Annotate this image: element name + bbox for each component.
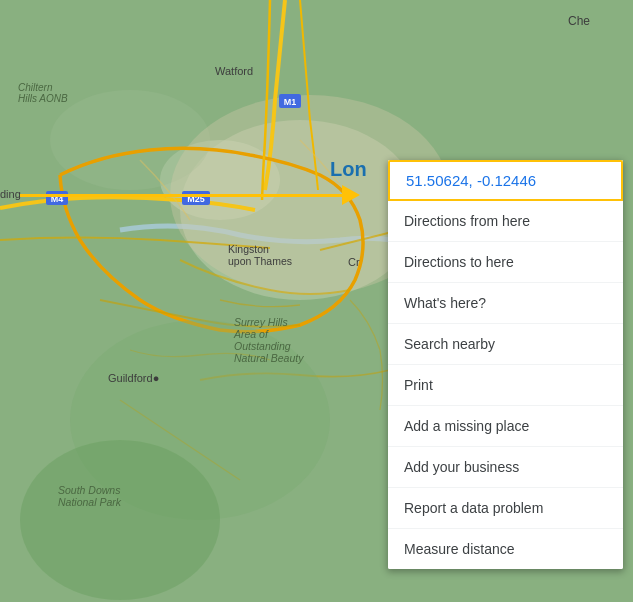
svg-text:M1: M1: [284, 97, 297, 107]
arrow-head: [342, 185, 360, 205]
coordinates-item[interactable]: 51.50624, -0.12446: [388, 160, 623, 201]
menu-item-whats-here[interactable]: What's here?: [388, 283, 623, 324]
menu-item-directions-to[interactable]: Directions to here: [388, 242, 623, 283]
menu-item-print[interactable]: Print: [388, 365, 623, 406]
menu-item-report-problem[interactable]: Report a data problem: [388, 488, 623, 529]
menu-item-directions-from[interactable]: Directions from here: [388, 201, 623, 242]
location-arrow: [20, 175, 360, 215]
menu-item-add-business[interactable]: Add your business: [388, 447, 623, 488]
menu-item-measure-distance[interactable]: Measure distance: [388, 529, 623, 569]
context-menu: 51.50624, -0.12446 Directions from here …: [388, 160, 623, 569]
menu-item-search-nearby[interactable]: Search nearby: [388, 324, 623, 365]
svg-point-12: [20, 440, 220, 600]
map-container: M1 M25 M4 Watford ChilternHills AONB Kin…: [0, 0, 633, 602]
menu-item-add-missing[interactable]: Add a missing place: [388, 406, 623, 447]
arrow-line: [20, 194, 342, 197]
